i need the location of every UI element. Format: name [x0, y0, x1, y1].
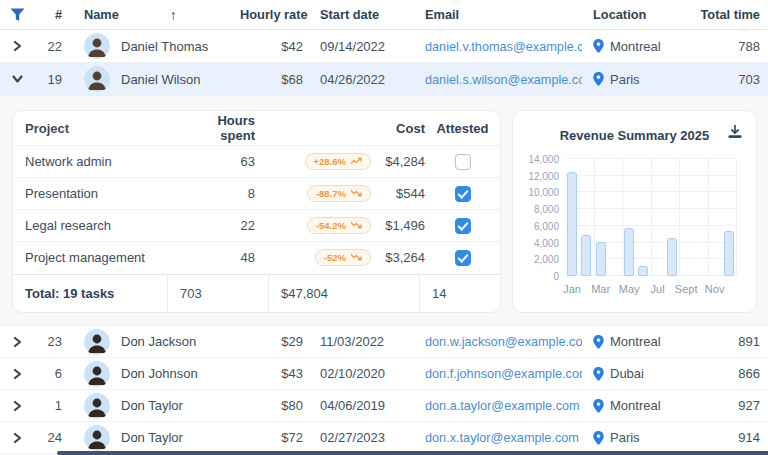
- location-pin-icon: [593, 431, 604, 445]
- y-axis-tick-label: 12,000: [519, 170, 559, 181]
- column-header-project: Project: [13, 121, 181, 136]
- email-link[interactable]: don.a.taylor@example.com: [425, 399, 580, 413]
- chart-gridline: [679, 159, 680, 276]
- table-row[interactable]: 1 Don Taylor $80 04/06/2019 don.a.taylor…: [0, 390, 768, 422]
- revenue-chart-card: Revenue Summary 2025 02,0004,0006,0008,0…: [512, 110, 757, 313]
- project-row: Network admin 63 +28.6% $4,284: [13, 145, 500, 177]
- table-row[interactable]: 23 Don Jackson $29 11/03/2022 don.w.jack…: [0, 326, 768, 358]
- table-row[interactable]: 6 Don Johnson $43 02/10/2020 don.f.johns…: [0, 358, 768, 390]
- table-row[interactable]: 22 Daniel Thomas $42 09/14/2022 daniel.v…: [0, 30, 768, 63]
- project-name: Network admin: [13, 154, 181, 169]
- total-cost: $47,804: [268, 275, 419, 312]
- attested-checkbox[interactable]: [455, 186, 471, 202]
- y-axis-tick-label: 0: [519, 271, 559, 282]
- y-axis-tick-label: 8,000: [519, 204, 559, 215]
- trend-up-icon: [350, 157, 362, 165]
- data-grid-app: # Name ↑ Hourly rate Start date Email Lo…: [0, 0, 768, 455]
- chart-gridline: [708, 159, 709, 276]
- project-row: Project management 48 -52% $3,264: [13, 241, 500, 273]
- column-header-email[interactable]: Email: [418, 7, 582, 22]
- location-value: Paris: [610, 430, 640, 445]
- download-icon[interactable]: [727, 124, 743, 140]
- attested-checkbox[interactable]: [455, 218, 471, 234]
- hourly-rate-value: $68: [240, 72, 310, 87]
- email-link[interactable]: daniel.v.thomas@example.com: [425, 40, 582, 54]
- email-link[interactable]: don.w.jackson@example.com: [425, 335, 582, 349]
- horizontal-scrollbar[interactable]: [57, 451, 768, 455]
- row-number: 24: [40, 430, 62, 445]
- y-axis-tick-label: 10,000: [519, 187, 559, 198]
- chart-bar-jun: [638, 266, 648, 276]
- location-value: Paris: [610, 72, 640, 87]
- total-time-value: 866: [680, 366, 768, 381]
- avatar: [84, 361, 110, 387]
- projects-table-header: Project Hours spent Cost Attested: [13, 111, 500, 145]
- expand-chevron-icon[interactable]: [10, 335, 24, 349]
- start-date-value: 02/27/2023: [310, 430, 418, 445]
- expand-chevron-icon[interactable]: [10, 431, 24, 445]
- expand-chevron-icon[interactable]: [10, 367, 24, 381]
- trend-down-icon: [350, 221, 362, 229]
- employee-name: Don Taylor: [121, 398, 183, 413]
- hourly-rate-value: $80: [240, 398, 310, 413]
- project-hours: 8: [181, 186, 267, 201]
- total-time-value: 788: [680, 39, 768, 54]
- column-header-number[interactable]: #: [40, 7, 62, 22]
- column-header-total-time[interactable]: Total time: [680, 7, 768, 22]
- expand-chevron-icon[interactable]: [10, 39, 24, 53]
- projects-summary-row: Total: 19 tasks 703 $47,804 14: [13, 274, 500, 312]
- column-header-hours-spent: Hours spent: [181, 113, 267, 143]
- start-date-value: 02/10/2020: [310, 366, 418, 381]
- total-tasks-label: Total: 19 tasks: [13, 275, 167, 312]
- column-header-cost: Cost: [373, 121, 425, 136]
- filter-icon[interactable]: [10, 8, 25, 22]
- total-time-value: 914: [680, 430, 768, 445]
- row-number: 22: [40, 39, 62, 54]
- column-header-start-date[interactable]: Start date: [310, 7, 418, 22]
- project-name: Presentation: [13, 186, 181, 201]
- project-cost: $4,284: [373, 154, 425, 169]
- email-link[interactable]: don.x.taylor@example.com: [425, 431, 579, 445]
- chart-bar-aug: [667, 238, 677, 276]
- total-time-value: 927: [680, 398, 768, 413]
- location-value: Montreal: [610, 334, 661, 349]
- x-axis-tick-label: Nov: [705, 283, 725, 295]
- employee-name: Daniel Wilson: [121, 72, 200, 87]
- projects-table-card: Project Hours spent Cost Attested Networ…: [12, 110, 501, 313]
- sort-ascending-icon[interactable]: ↑: [170, 7, 177, 23]
- project-name: Legal research: [13, 218, 181, 233]
- chart-gridline: [622, 159, 623, 276]
- attested-checkbox[interactable]: [455, 250, 471, 266]
- row-number: 23: [40, 334, 62, 349]
- expand-chevron-icon[interactable]: [10, 399, 24, 413]
- attested-checkbox[interactable]: [455, 154, 471, 170]
- x-axis-tick-label: Jan: [563, 283, 581, 295]
- employee-name: Don Johnson: [121, 366, 198, 381]
- project-cost: $544: [373, 186, 425, 201]
- column-header-location[interactable]: Location: [582, 7, 680, 22]
- column-header-name[interactable]: Name: [84, 7, 119, 22]
- table-row-expanded[interactable]: 19 Daniel Wilson $68 04/26/2022 daniel.s…: [0, 63, 768, 96]
- total-time-value: 891: [680, 334, 768, 349]
- avatar: [84, 66, 110, 92]
- chart-gridline: [594, 159, 595, 276]
- project-hours: 22: [181, 218, 267, 233]
- location-value: Dubai: [610, 366, 644, 381]
- employee-name: Don Taylor: [121, 430, 183, 445]
- employee-name: Don Jackson: [121, 334, 196, 349]
- total-attested: 14: [419, 275, 500, 312]
- column-header-hourly-rate[interactable]: Hourly rate: [240, 7, 310, 22]
- trend-down-icon: [350, 253, 362, 261]
- chart-bar-dec: [724, 231, 734, 276]
- collapse-chevron-icon[interactable]: [10, 72, 24, 86]
- y-axis-tick-label: 2,000: [519, 254, 559, 265]
- email-link[interactable]: don.f.johnson@example.com: [425, 367, 582, 381]
- table-row[interactable]: 24 Don Taylor $72 02/27/2023 don.x.taylo…: [0, 422, 768, 454]
- hourly-rate-value: $72: [240, 430, 310, 445]
- trend-badge: -52%: [315, 249, 371, 266]
- employee-name: Daniel Thomas: [121, 39, 208, 54]
- hourly-rate-value: $29: [240, 334, 310, 349]
- project-row: Legal research 22 -54.2% $1,496: [13, 209, 500, 241]
- email-link[interactable]: daniel.s.wilson@example.com: [425, 73, 582, 87]
- project-hours: 63: [181, 154, 267, 169]
